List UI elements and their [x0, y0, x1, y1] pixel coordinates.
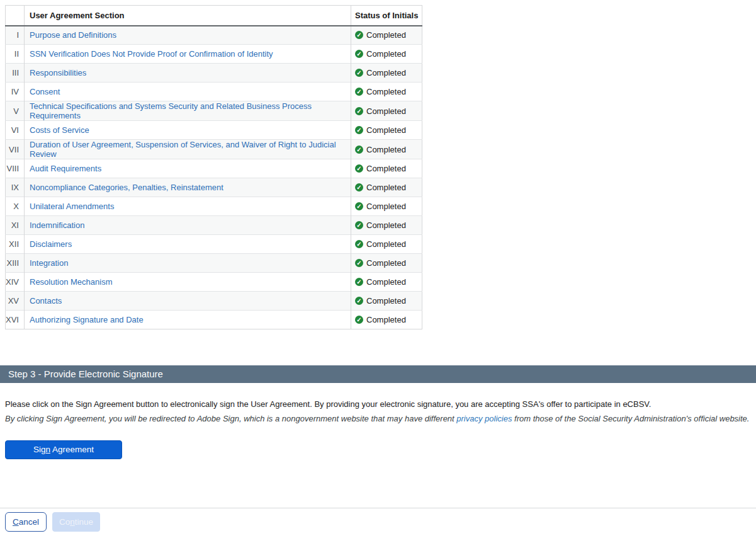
section-link[interactable]: Contacts	[30, 296, 62, 306]
status-column-header: Status of Initials	[351, 6, 422, 26]
numeral-column-header	[6, 6, 25, 26]
table-row: IPurpose and DefinitionsCompleted	[6, 26, 422, 45]
row-status-cell: Completed	[351, 254, 422, 273]
status-label: Completed	[366, 30, 406, 40]
user-agreement-table-body: IPurpose and DefinitionsCompletedIISSN V…	[6, 26, 422, 329]
row-numeral: VII	[6, 140, 25, 159]
status-label: Completed	[366, 220, 406, 230]
check-circle-icon	[355, 202, 363, 210]
table-row: XIIndemnificationCompleted	[6, 216, 422, 235]
section-link[interactable]: Purpose and Definitions	[30, 30, 116, 40]
row-numeral: XIII	[6, 254, 25, 273]
table-row: XVContactsCompleted	[6, 292, 422, 311]
section-link[interactable]: Integration	[30, 258, 68, 268]
row-numeral: XIV	[6, 273, 25, 292]
sign-instructions-text: Please click on the Sign Agreement butto…	[5, 399, 751, 409]
section-link[interactable]: Responsibilities	[30, 68, 86, 77]
section-link[interactable]: Disclaimers	[30, 239, 72, 249]
row-status-cell: Completed	[351, 121, 422, 140]
disclaimer-pre-text: By clicking Sign Agreement, you will be …	[5, 414, 456, 423]
row-status-cell: Completed	[351, 26, 422, 45]
check-circle-icon	[355, 50, 363, 58]
row-numeral: III	[6, 64, 25, 83]
row-status-cell: Completed	[351, 178, 422, 197]
row-numeral: VIII	[6, 159, 25, 178]
table-row: XVIAuthorizing Signature and DateComplet…	[6, 311, 422, 329]
row-section-cell: Responsibilities	[25, 64, 351, 83]
section-column-header: User Agreement Section	[25, 6, 351, 26]
row-status-cell: Completed	[351, 159, 422, 178]
adobe-sign-disclaimer-text: By clicking Sign Agreement, you will be …	[5, 414, 751, 423]
check-circle-icon	[355, 164, 363, 173]
status-label: Completed	[366, 315, 406, 324]
step3-banner: Step 3 - Provide Electronic Signature	[0, 365, 756, 383]
status-label: Completed	[366, 49, 406, 59]
section-link[interactable]: SSN Verification Does Not Provide Proof …	[30, 49, 273, 59]
row-section-cell: Consent	[25, 83, 351, 101]
check-circle-icon	[355, 146, 363, 154]
row-section-cell: Contacts	[25, 292, 351, 311]
section-link[interactable]: Consent	[30, 87, 60, 96]
privacy-policies-link[interactable]: privacy policies	[456, 414, 512, 423]
status-label: Completed	[366, 164, 406, 173]
row-section-cell: Duration of User Agreement, Suspension o…	[25, 140, 351, 159]
section-link[interactable]: Unilateral Amendments	[30, 202, 114, 211]
row-numeral: XII	[6, 235, 25, 254]
check-circle-icon	[355, 221, 363, 229]
row-numeral: IV	[6, 83, 25, 101]
status-label: Completed	[366, 106, 406, 116]
row-status-cell: Completed	[351, 273, 422, 292]
check-circle-icon	[355, 88, 363, 96]
check-circle-icon	[355, 240, 363, 248]
check-circle-icon	[355, 31, 363, 39]
check-circle-icon	[355, 278, 363, 286]
cancel-button[interactable]: Cancel	[5, 512, 47, 532]
section-link[interactable]: Duration of User Agreement, Suspension o…	[30, 140, 336, 159]
status-label: Completed	[366, 183, 406, 192]
table-row: VTechnical Specifications and Systems Se…	[6, 101, 422, 121]
table-row: IIIResponsibilitiesCompleted	[6, 64, 422, 83]
section-link[interactable]: Authorizing Signature and Date	[30, 315, 144, 324]
user-agreement-table-wrap: User Agreement Section Status of Initial…	[5, 5, 422, 329]
row-section-cell: Noncompliance Categories, Penalties, Rei…	[25, 178, 351, 197]
sign-label-accesskey: n	[45, 445, 50, 454]
table-row: IVConsentCompleted	[6, 83, 422, 101]
check-circle-icon	[355, 259, 363, 267]
row-section-cell: Unilateral Amendments	[25, 197, 351, 216]
sign-label-post: Agreement	[50, 445, 94, 454]
row-numeral: XVI	[6, 311, 25, 329]
row-section-cell: Authorizing Signature and Date	[25, 311, 351, 329]
section-link[interactable]: Indemnification	[30, 220, 84, 230]
table-row: VICosts of ServiceCompleted	[6, 121, 422, 140]
row-status-cell: Completed	[351, 292, 422, 311]
section-link[interactable]: Audit Requirements	[30, 164, 101, 173]
status-label: Completed	[366, 87, 406, 96]
status-label: Completed	[366, 277, 406, 287]
row-numeral: V	[6, 101, 25, 121]
continue-button[interactable]: Continue	[52, 512, 100, 532]
check-circle-icon	[355, 316, 363, 324]
cancel-label-post: ancel	[19, 517, 39, 527]
row-section-cell: Audit Requirements	[25, 159, 351, 178]
table-row: IISSN Verification Does Not Provide Proo…	[6, 45, 422, 64]
table-row: VIIDuration of User Agreement, Suspensio…	[6, 140, 422, 159]
check-circle-icon	[355, 69, 363, 77]
row-numeral: XI	[6, 216, 25, 235]
section-link[interactable]: Technical Specifications and Systems Sec…	[30, 101, 312, 120]
row-status-cell: Completed	[351, 311, 422, 329]
status-label: Completed	[366, 68, 406, 77]
row-numeral: I	[6, 26, 25, 45]
check-circle-icon	[355, 183, 363, 191]
section-link[interactable]: Costs of Service	[30, 125, 89, 135]
footer-divider	[0, 508, 756, 508]
continue-label-post: tinue	[75, 517, 93, 527]
row-section-cell: SSN Verification Does Not Provide Proof …	[25, 45, 351, 64]
section-link[interactable]: Noncompliance Categories, Penalties, Rei…	[30, 183, 223, 192]
row-section-cell: Costs of Service	[25, 121, 351, 140]
table-row: XUnilateral AmendmentsCompleted	[6, 197, 422, 216]
sign-agreement-button[interactable]: Sign Agreement	[5, 440, 122, 459]
continue-label-pre: Co	[59, 517, 70, 527]
disclaimer-post-text: from those of the Social Security Admini…	[512, 414, 749, 423]
section-link[interactable]: Resolution Mechanism	[30, 277, 113, 287]
row-section-cell: Indemnification	[25, 216, 351, 235]
